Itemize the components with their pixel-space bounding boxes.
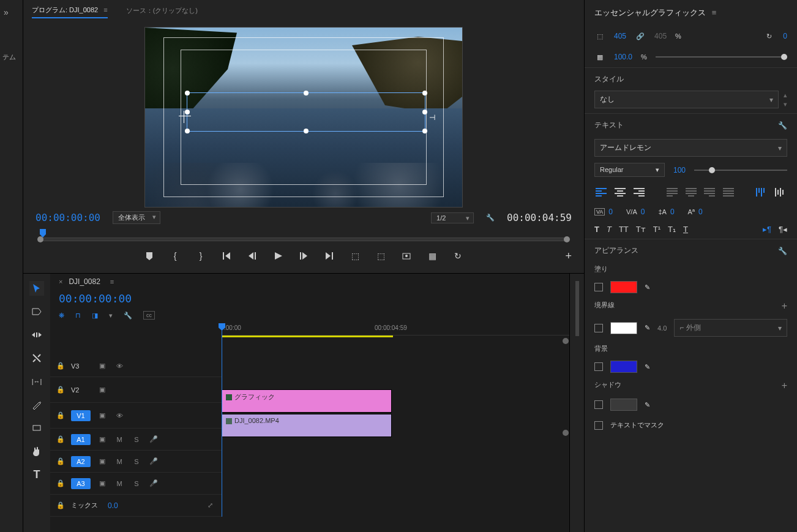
vertical-align2-icon[interactable] [773, 185, 787, 199]
lock-mix-icon[interactable]: 🔒 [56, 501, 65, 509]
ruler-start-handle[interactable] [37, 236, 43, 242]
text-selection-box[interactable] [187, 92, 425, 132]
shadow-eyedropper-icon[interactable]: ✎ [645, 401, 650, 409]
marker-tl-icon[interactable]: ▾ [109, 312, 113, 320]
timeline-menu-icon[interactable]: ≡ [110, 278, 114, 285]
tab-source[interactable]: ソース：(クリップなし) [126, 6, 198, 15]
stroke-checkbox[interactable] [594, 324, 603, 332]
text-wrench-icon[interactable]: 🔧 [778, 121, 787, 130]
italic-button[interactable]: T [607, 225, 612, 234]
export-frame-icon[interactable] [402, 251, 411, 261]
lock-a1-icon[interactable]: 🔒 [56, 435, 65, 443]
selection-tool[interactable] [29, 281, 44, 296]
scroll-handle-bottom[interactable] [563, 430, 569, 436]
expand-arrows[interactable]: » [0, 5, 23, 20]
track-v1[interactable]: V1 [71, 410, 91, 421]
mic-a3-icon[interactable]: 🎤 [148, 479, 159, 487]
pen-tool[interactable] [29, 397, 44, 412]
justify-all-icon[interactable] [722, 185, 736, 199]
toggle-a1-icon[interactable]: ▣ [97, 435, 108, 443]
clip-graphic[interactable]: グラフィック [222, 389, 392, 413]
bg-swatch[interactable] [610, 361, 637, 373]
timeline-playhead[interactable] [222, 323, 222, 517]
style-up-icon[interactable]: ▴ [784, 91, 787, 99]
leading-value[interactable]: 0 [670, 208, 675, 216]
extract-icon[interactable]: ⬚ [376, 251, 386, 261]
bold-button[interactable]: T [594, 225, 599, 234]
solo-a1[interactable]: S [131, 436, 142, 443]
eye-v1-icon[interactable]: 👁 [114, 412, 125, 419]
timeline-timecode[interactable]: 00:00:00:00 [59, 292, 132, 305]
height-value[interactable]: 405 [654, 32, 667, 40]
solo-a2[interactable]: S [131, 458, 142, 465]
justify-right-icon[interactable] [703, 185, 717, 199]
resolution-select[interactable]: 1/2 [431, 212, 474, 223]
scroll-handle-top[interactable] [563, 338, 569, 344]
bg-eyedropper-icon[interactable]: ✎ [645, 363, 650, 371]
linked-selection-icon[interactable]: ◨ [92, 312, 98, 320]
out-point-icon[interactable]: } [196, 251, 206, 261]
subscript-button[interactable]: T₁ [668, 225, 676, 234]
marker-icon[interactable] [144, 251, 154, 261]
font-size-slider[interactable] [694, 170, 787, 171]
style-down-icon[interactable]: ▾ [784, 100, 787, 108]
shadow-swatch[interactable] [610, 399, 637, 411]
handle-tm[interactable] [304, 91, 309, 96]
mute-a1[interactable]: M [114, 436, 125, 443]
vertical-align-icon[interactable] [754, 185, 768, 199]
bg-checkbox[interactable] [594, 362, 603, 371]
font-size[interactable]: 100 [673, 166, 686, 174]
track-a3[interactable]: A3 [71, 478, 91, 489]
stroke-pos-select[interactable]: ⌐ 外側▾ [674, 319, 787, 337]
rectangle-tool[interactable] [29, 421, 44, 435]
track-a2[interactable]: A2 [71, 456, 91, 467]
loop-icon[interactable]: ↻ [453, 251, 463, 261]
rotation-value[interactable]: 0 [783, 32, 787, 40]
magnet-icon[interactable]: ⊓ [75, 312, 81, 320]
program-menu-icon[interactable]: ≡ [103, 6, 107, 13]
justify-left-icon[interactable] [665, 185, 679, 199]
stroke-eyedropper-icon[interactable]: ✎ [645, 324, 650, 332]
mute-a3[interactable]: M [114, 480, 125, 487]
track-mix[interactable]: ミックス [71, 501, 102, 510]
go-to-out-icon[interactable] [324, 251, 334, 261]
step-forward-icon[interactable] [299, 251, 309, 261]
lift-icon[interactable]: ⬚ [350, 251, 360, 261]
tab-program[interactable]: プログラム: DJI_0082 ≡ [32, 3, 108, 18]
baseline-value[interactable]: 0 [698, 208, 703, 216]
handle-tr[interactable] [422, 91, 427, 96]
opacity-slider[interactable] [656, 56, 787, 58]
tracking-value[interactable]: 0 [608, 208, 613, 216]
timecode-current[interactable]: 00:00:00:00 [36, 212, 100, 223]
align-left-icon[interactable] [594, 185, 608, 199]
mic-a1-icon[interactable]: 🎤 [148, 435, 159, 443]
ruler-end-handle[interactable] [564, 236, 570, 242]
mix-out-icon[interactable]: ⤢ [204, 501, 215, 509]
mask-checkbox[interactable] [594, 421, 603, 430]
comparison-icon[interactable]: ▦ [427, 251, 437, 261]
mute-a2[interactable]: M [114, 458, 125, 465]
hand-tool[interactable] [29, 444, 44, 459]
play-icon[interactable] [273, 251, 283, 261]
work-area-bar[interactable] [222, 335, 393, 337]
video-preview[interactable]: ⊣ [144, 27, 463, 208]
kerning-value[interactable]: 0 [641, 208, 645, 216]
snap-icon[interactable]: ❋ [59, 312, 64, 320]
zoom-select[interactable]: 全体表示 [113, 211, 160, 224]
lock-a3-icon[interactable]: 🔒 [56, 479, 65, 487]
smallcaps-button[interactable]: Tᴛ [636, 225, 646, 234]
fill-eyedropper-icon[interactable]: ✎ [645, 283, 650, 291]
ripple-edit-tool[interactable] [29, 328, 44, 342]
mix-value[interactable]: 0.0 [108, 501, 118, 510]
in-point-icon[interactable]: { [170, 251, 180, 261]
mic-a2-icon[interactable]: 🎤 [148, 457, 159, 465]
clip-video[interactable]: DJI_0082.MP4 [222, 414, 392, 437]
wrench-icon[interactable]: 🔧 [486, 214, 495, 222]
go-to-in-icon[interactable] [222, 251, 231, 261]
fill-checkbox[interactable] [594, 283, 603, 291]
ltr-icon[interactable]: ▸¶ [763, 225, 771, 234]
align-right-icon[interactable] [632, 185, 646, 199]
track-select-tool[interactable] [29, 304, 44, 319]
track-a1[interactable]: A1 [71, 434, 91, 445]
justify-center-icon[interactable] [684, 185, 698, 199]
